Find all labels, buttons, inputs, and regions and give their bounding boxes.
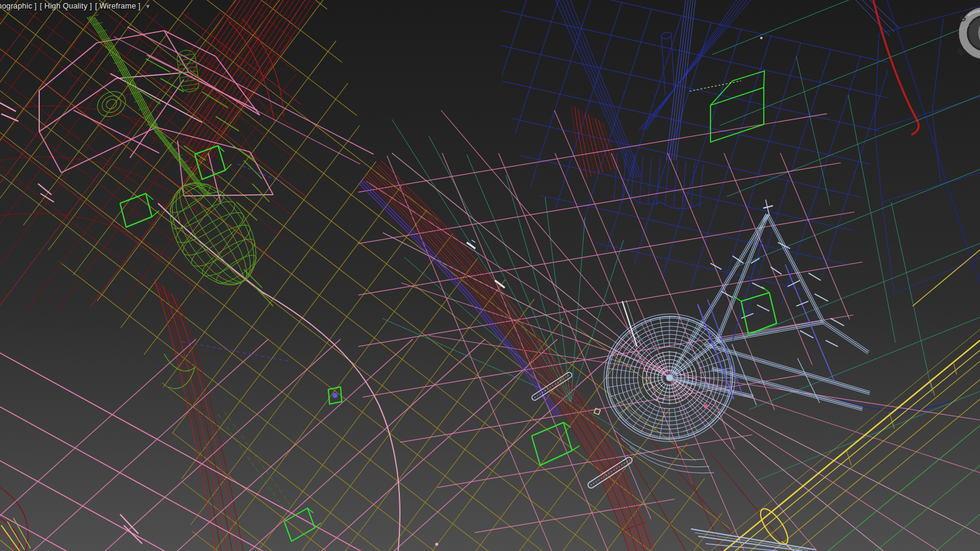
viewport-label-shading[interactable]: [ Wireframe ] (95, 2, 140, 10)
viewport-label-quality[interactable]: [ High Quality ] (40, 2, 92, 10)
viewport-label-projection[interactable]: hographic ] (0, 2, 37, 10)
viewport-menu-arrow-icon[interactable]: ▼ (145, 3, 151, 10)
viewport-label-bar: hographic ][ High Quality ][ Wireframe ]… (0, 2, 154, 10)
viewport-3d[interactable]: hographic ][ High Quality ][ Wireframe ]… (0, 0, 980, 551)
viewcube-compass[interactable]: S W (953, 0, 980, 69)
wireframe-scene (0, 0, 980, 551)
